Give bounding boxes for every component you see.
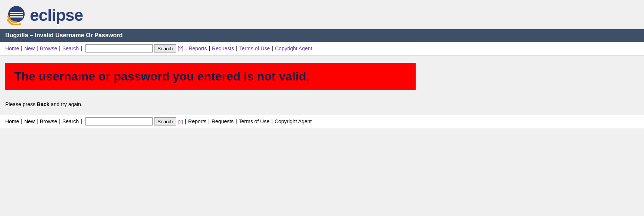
message-area: Please press Back and try again. — [0, 98, 644, 115]
bsep1: | — [21, 118, 22, 124]
sep7: | — [236, 45, 237, 51]
bottom-search-input[interactable] — [85, 117, 153, 126]
bottom-nav-reports[interactable]: Reports — [188, 118, 206, 124]
top-nav-new[interactable]: New — [24, 45, 35, 51]
top-nav-terms[interactable]: Terms of Use — [239, 45, 270, 51]
bottom-nav-browse[interactable]: Browse — [40, 118, 57, 124]
top-nav-copyright[interactable]: Copyright Agent — [275, 45, 312, 51]
svg-rect-3 — [10, 16, 23, 18]
top-nav-requests[interactable]: Requests — [212, 45, 234, 51]
svg-rect-2 — [10, 14, 23, 15]
sep5: | — [185, 45, 187, 51]
bottom-nav-requests[interactable]: Requests — [212, 118, 234, 124]
top-nav-reports[interactable]: Reports — [188, 45, 207, 51]
bottom-nav-copyright[interactable]: Copyright Agent — [275, 118, 312, 124]
error-box: The username or password you entered is … — [5, 63, 416, 90]
bottom-nav-wrapper: Home | New | Browse | Search | Search [?… — [0, 115, 644, 128]
sep8: | — [272, 45, 273, 51]
title-text: Bugzilla – Invalid Username Or Password — [5, 32, 123, 38]
top-search-input[interactable] — [85, 44, 153, 53]
bsep2: | — [37, 118, 38, 124]
bottom-nav-search[interactable]: Search — [62, 118, 79, 124]
error-message: The username or password you entered is … — [14, 70, 309, 83]
sep2: | — [37, 45, 38, 51]
bsep7: | — [235, 118, 237, 124]
bsep6: | — [208, 118, 210, 124]
sep4: | — [81, 45, 82, 51]
top-nav-browse[interactable]: Browse — [40, 45, 57, 51]
title-bar: Bugzilla – Invalid Username Or Password — [0, 29, 644, 42]
sep1: | — [21, 45, 22, 51]
bottom-nav-home[interactable]: Home — [5, 118, 19, 124]
sep3: | — [59, 45, 60, 51]
top-nav-search[interactable]: Search — [62, 45, 79, 51]
svg-rect-1 — [10, 12, 23, 13]
bottom-nav-bar: Home | New | Browse | Search | Search [?… — [0, 115, 644, 128]
instruction-suffix: and try again. — [49, 101, 82, 107]
eclipse-logo: eclipse — [6, 5, 83, 25]
bottom-nav-help[interactable]: [?] — [178, 119, 183, 124]
top-nav-help[interactable]: [?] — [178, 45, 184, 51]
bottom-nav-terms[interactable]: Terms of Use — [239, 118, 269, 124]
top-nav-home[interactable]: Home — [5, 45, 19, 51]
eclipse-logo-icon — [6, 5, 26, 25]
bottom-nav-new[interactable]: New — [24, 118, 35, 124]
bsep8: | — [271, 118, 273, 124]
instruction-bold: Back — [37, 101, 49, 107]
bsep3: | — [59, 118, 60, 124]
top-search-button[interactable]: Search — [154, 44, 176, 53]
bsep4: | — [81, 118, 82, 124]
logo-area: eclipse — [0, 0, 644, 29]
instruction-prefix: Please press — [5, 101, 37, 107]
bottom-search-button[interactable]: Search — [154, 117, 176, 126]
sep6: | — [209, 45, 210, 51]
bsep5: | — [185, 118, 187, 124]
top-nav-bar: Home | New | Browse | Search | Search [?… — [0, 42, 644, 55]
logo-text: eclipse — [30, 6, 83, 25]
